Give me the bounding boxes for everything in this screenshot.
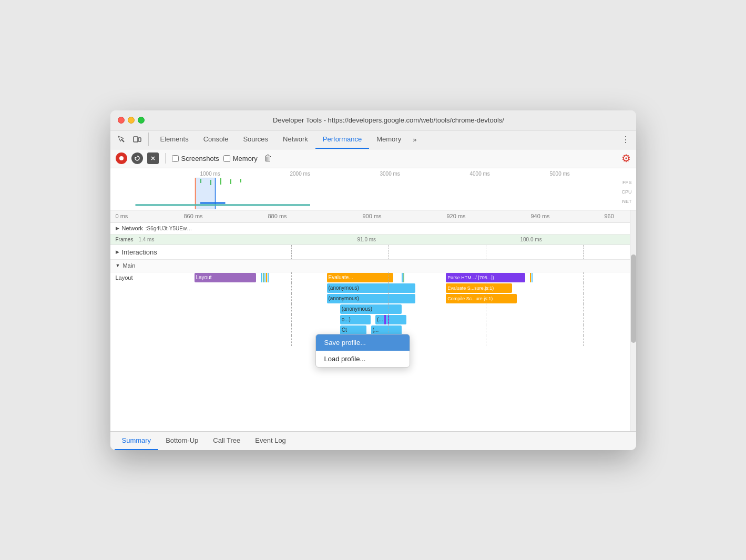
- flame-block-layout-main[interactable]: Layout: [195, 273, 257, 282]
- detail-scrollbar[interactable]: [630, 210, 636, 431]
- detail-mark-960: 960: [605, 213, 614, 219]
- flame-block-anon2[interactable]: (anonymous): [327, 294, 415, 303]
- memory-checkbox-group: Memory: [223, 155, 258, 162]
- screenshots-checkbox[interactable]: [172, 155, 179, 162]
- main-triangle[interactable]: ▼: [116, 263, 120, 268]
- bottom-tabs-bar: Summary Bottom-Up Call Tree Event Log: [110, 431, 636, 450]
- frames-value-3: 100.0 ms: [520, 237, 542, 242]
- inspect-icon[interactable]: [115, 133, 128, 146]
- detail-mark-900: 900 ms: [363, 213, 382, 219]
- flame-block-anon3[interactable]: (anonymous): [340, 304, 402, 314]
- close-button[interactable]: [118, 117, 125, 124]
- main-label: Main: [122, 262, 135, 269]
- network-row-label: ▶ Network :S6g4U3t-Y5UEw0IE80IlgEseQY3FE…: [110, 225, 195, 231]
- detail-mark-920: 920 ms: [447, 213, 466, 219]
- svg-rect-9: [220, 178, 221, 185]
- net-label: NET: [622, 199, 632, 204]
- minimize-button[interactable]: [128, 117, 135, 124]
- bottom-tab-bottom-up[interactable]: Bottom-Up: [158, 431, 206, 450]
- ruler-mark-3000: 3000 ms: [380, 171, 400, 177]
- frames-value-1: 1.4 ms: [138, 237, 154, 242]
- bottom-tab-call-tree[interactable]: Call Tree: [206, 431, 248, 450]
- svg-marker-4: [135, 157, 137, 158]
- tab-network[interactable]: Network: [275, 130, 315, 149]
- svg-rect-17: [200, 202, 226, 204]
- interactions-triangle[interactable]: ▶: [116, 249, 119, 254]
- memory-label[interactable]: Memory: [233, 155, 258, 162]
- interactions-label: Interactions: [122, 248, 157, 256]
- timeline-overview: 1000 ms 2000 ms 3000 ms 4000 ms 5000 ms …: [110, 168, 636, 210]
- network-description: :S6g4U3t-Y5UEw0IE80IlgEseQY3FEmqw.woff2 …: [146, 226, 195, 231]
- context-menu-save-profile[interactable]: Save profile...: [316, 334, 410, 351]
- trash-icon[interactable]: 🗑: [264, 154, 272, 163]
- traffic-lights: [118, 117, 145, 124]
- flame-block-evaluate[interactable]: Evaluate...: [327, 273, 393, 282]
- screenshots-label[interactable]: Screenshots: [181, 155, 219, 162]
- svg-rect-1: [134, 137, 138, 142]
- tab-sources[interactable]: Sources: [236, 130, 275, 149]
- flame-content-small1: o...) (...: [195, 314, 636, 325]
- scrollbar-thumb[interactable]: [631, 254, 636, 343]
- bottom-tab-event-log[interactable]: Event Log: [248, 431, 293, 450]
- network-label: Network: [122, 225, 143, 231]
- flame-row-anon3: (anonymous): [110, 304, 636, 314]
- flame-block-anon1[interactable]: (anonymous): [327, 283, 415, 293]
- main-section-header: ▼ Main: [110, 260, 636, 272]
- flame-block-paren2[interactable]: (...: [371, 325, 402, 335]
- flame-label-layout: Layout: [110, 274, 195, 281]
- svg-rect-16: [135, 204, 310, 206]
- title-bar: Developer Tools - https://developers.goo…: [110, 110, 636, 130]
- interactions-row-content: [195, 245, 636, 259]
- device-mode-icon[interactable]: [130, 133, 144, 146]
- cpu-label: CPU: [621, 189, 631, 195]
- frames-label: Frames: [116, 237, 134, 242]
- screenshots-checkbox-group: Screenshots: [172, 155, 219, 162]
- flame-row-small1: o...) (...: [110, 314, 636, 325]
- flame-row-anon1: (anonymous) Evaluate S...sure.js:1): [110, 283, 636, 293]
- maximize-button[interactable]: [138, 117, 145, 124]
- flame-content-anon1: (anonymous) Evaluate S...sure.js:1): [195, 283, 636, 293]
- interactions-row-label: ▶ Interactions: [110, 248, 195, 256]
- tab-menu-icon[interactable]: ⋮: [619, 133, 632, 146]
- devtools-window: Developer Tools - https://developers.goo…: [110, 110, 636, 450]
- tab-more-button[interactable]: »: [408, 136, 421, 144]
- tab-performance[interactable]: Performance: [315, 130, 369, 149]
- timeline-detail: 0 ms 860 ms 880 ms 900 ms 920 ms 940 ms …: [110, 210, 636, 431]
- detail-mark-880: 880 ms: [268, 213, 287, 219]
- record-button[interactable]: [116, 152, 127, 164]
- flame-row-anon2: (anonymous) Compile Sc...ure.js:1): [110, 293, 636, 304]
- memory-checkbox[interactable]: [223, 155, 230, 162]
- flame-block-ct[interactable]: Ct: [340, 325, 366, 335]
- flame-block-evaluate-s[interactable]: Evaluate S...sure.js:1): [446, 283, 512, 293]
- overview-chart: [110, 178, 610, 209]
- bottom-tab-summary[interactable]: Summary: [115, 431, 159, 450]
- frames-timeline-row: Frames 1.4 ms 91.0 ms 100.0 ms: [110, 235, 636, 245]
- tab-elements[interactable]: Elements: [153, 130, 196, 149]
- ruler-mark-4000: 4000 ms: [470, 171, 490, 177]
- tab-memory[interactable]: Memory: [369, 130, 408, 149]
- tab-console[interactable]: Console: [196, 130, 236, 149]
- interactions-timeline-row: ▶ Interactions: [110, 245, 636, 260]
- flame-content-small2: Ct (...: [195, 325, 636, 335]
- svg-point-3: [119, 156, 124, 160]
- context-menu-load-profile[interactable]: Load profile...: [316, 351, 410, 367]
- performance-toolbar: Screenshots Memory 🗑 ⚙: [110, 149, 636, 168]
- flame-content-anon2: (anonymous) Compile Sc...ure.js:1): [195, 293, 636, 304]
- window-title: Developer Tools - https://developers.goo…: [149, 116, 629, 124]
- reload-button[interactable]: [131, 152, 143, 164]
- flame-block-paren1[interactable]: (...: [375, 315, 406, 324]
- clear-button[interactable]: [147, 152, 159, 164]
- detail-mark-860: 860 ms: [184, 213, 203, 219]
- network-timeline-row: ▶ Network :S6g4U3t-Y5UEw0IE80IlgEseQY3FE…: [110, 223, 636, 235]
- svg-rect-10: [230, 179, 231, 184]
- ruler-mark-5000: 5000 ms: [550, 171, 570, 177]
- flame-row-layout: Layout Layout: [110, 272, 636, 283]
- flame-content-anon3: (anonymous): [195, 304, 636, 314]
- detail-mark-940: 940 ms: [531, 213, 550, 219]
- network-triangle[interactable]: ▶: [116, 226, 119, 231]
- settings-gear-icon[interactable]: ⚙: [621, 152, 631, 165]
- frames-value-2: 91.0 ms: [357, 237, 376, 242]
- devtools-icon-group: [115, 133, 149, 146]
- flame-block-o[interactable]: o...): [340, 315, 371, 324]
- flame-block-compile-sc[interactable]: Compile Sc...ure.js:1): [446, 294, 516, 303]
